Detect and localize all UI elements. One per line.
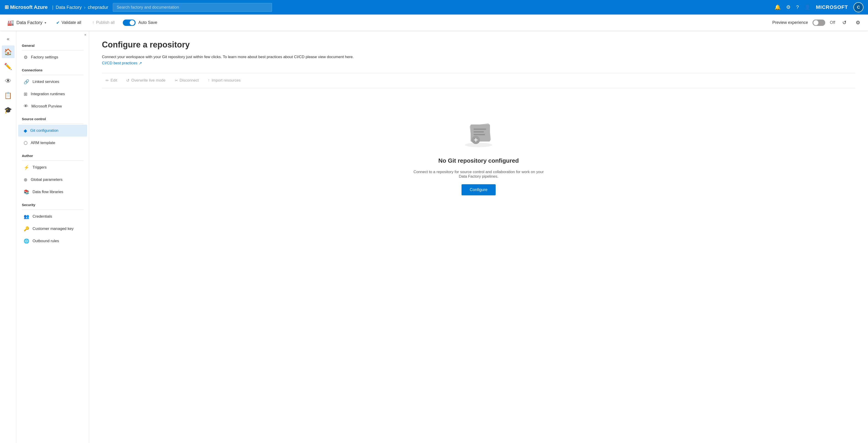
- overwrite-live-button[interactable]: ↺ Overwrite live mode: [123, 76, 169, 85]
- sidebar-item-integration-runtimes[interactable]: ⊞ Integration runtimes: [18, 88, 87, 100]
- author-divider: [22, 160, 84, 161]
- upload-icon: ↑: [92, 20, 94, 25]
- git-icon: ◆: [24, 128, 27, 133]
- refresh-button[interactable]: ↺: [840, 18, 849, 27]
- preview-toggle[interactable]: [812, 20, 825, 26]
- factory-name-button[interactable]: 🏭 Data Factory ▾: [5, 18, 48, 27]
- page-description: Connect your workspace with your Git rep…: [102, 54, 855, 60]
- sidebar-item-factory-settings[interactable]: ⚙ Factory settings: [18, 52, 87, 63]
- user-icon[interactable]: 👤: [804, 4, 810, 10]
- general-divider: [22, 50, 84, 50]
- general-section-label: General: [17, 39, 89, 49]
- svg-point-0: [465, 143, 492, 147]
- toolbar-right: Preview experience Off ↺ ⚙: [772, 18, 863, 27]
- triggers-icon: ⚡: [24, 165, 29, 170]
- toggle-knob: [130, 20, 135, 25]
- outbound-rules-icon: 🌐: [24, 238, 29, 244]
- sidebar-item-microsoft-purview[interactable]: 👁 Microsoft Purview: [18, 100, 87, 112]
- azure-logo: ⊞ Microsoft Azure: [5, 4, 48, 10]
- rail-icon-manage[interactable]: 📋: [2, 89, 14, 102]
- icon-rail: « 🏠 ✏️ 👁 📋 🎓: [0, 31, 17, 443]
- external-link-icon: ↗: [139, 61, 142, 66]
- source-control-section-label: Source control: [17, 112, 89, 123]
- svg-rect-5: [473, 131, 484, 132]
- author-section-label: Author: [17, 149, 89, 160]
- content-area: Configure a repository Connect your work…: [89, 31, 868, 443]
- svg-rect-4: [473, 129, 486, 130]
- connections-divider: [22, 75, 84, 75]
- empty-state-illustration: [460, 115, 497, 152]
- edit-icon: ✏: [105, 78, 109, 83]
- empty-state: No Git repository configured Connect to …: [102, 97, 855, 213]
- rail-icon-home[interactable]: 🏠: [2, 45, 14, 58]
- sidebar-item-arm-template[interactable]: ⬡ ARM template: [18, 137, 87, 149]
- key-icon: 🔑: [24, 226, 29, 232]
- breadcrumb: | Data Factory › chepradur: [52, 5, 108, 10]
- credentials-icon: 👥: [24, 214, 29, 219]
- sidebar: « General ⚙ Factory settings Connections…: [17, 31, 89, 443]
- import-resources-button[interactable]: ↑ Import resources: [204, 76, 244, 85]
- toolbar-left: 🏭 Data Factory ▾ ✔ Validate all ↑ Publis…: [5, 18, 157, 27]
- rail-icon-author[interactable]: ✏️: [2, 60, 14, 73]
- main-layout: « 🏠 ✏️ 👁 📋 🎓 « General ⚙ Factory setting…: [0, 31, 868, 443]
- disconnect-icon: ✂: [175, 78, 178, 83]
- configure-button[interactable]: Configure: [462, 184, 496, 195]
- sidebar-item-credentials[interactable]: 👥 Credentials: [18, 211, 87, 223]
- page-title: Configure a repository: [102, 40, 855, 49]
- edit-button[interactable]: ✏ Edit: [102, 76, 121, 85]
- rail-icon-learn[interactable]: 🎓: [2, 104, 14, 116]
- sidebar-item-triggers[interactable]: ⚡ Triggers: [18, 162, 87, 173]
- svg-rect-6: [473, 134, 485, 135]
- action-bar: ✏ Edit ↺ Overwrite live mode ✂ Disconnec…: [102, 73, 855, 88]
- security-divider: [22, 209, 84, 210]
- rail-collapse-button[interactable]: «: [2, 35, 14, 44]
- rail-icon-monitor[interactable]: 👁: [2, 74, 14, 87]
- linked-services-icon: 🔗: [24, 79, 29, 84]
- validate-all-button[interactable]: ✔ Validate all: [54, 19, 84, 27]
- auto-save-area: Auto Save: [123, 20, 157, 26]
- disconnect-button[interactable]: ✂ Disconnect: [171, 76, 203, 85]
- chevron-down-icon: ▾: [44, 21, 46, 25]
- windows-icon: ⊞: [5, 4, 9, 10]
- sidebar-item-outbound-rules[interactable]: 🌐 Outbound rules: [18, 235, 87, 247]
- security-section-label: Security: [17, 198, 89, 209]
- sidebar-item-customer-managed-key[interactable]: 🔑 Customer managed key: [18, 223, 87, 235]
- sidebar-item-data-flow-libraries[interactable]: 📚 Data flow libraries: [18, 186, 87, 198]
- sidebar-item-global-parameters[interactable]: ⊕ Global parameters: [18, 174, 87, 185]
- azure-top-bar: ⊞ Microsoft Azure | Data Factory › chepr…: [0, 0, 868, 14]
- source-control-divider: [22, 124, 84, 124]
- help-icon[interactable]: ?: [796, 4, 799, 10]
- overwrite-icon: ↺: [126, 78, 129, 83]
- factory-settings-icon: ⚙: [24, 55, 28, 60]
- import-icon: ↑: [208, 78, 210, 83]
- integration-runtimes-icon: ⊞: [24, 91, 28, 97]
- preview-toggle-knob: [813, 20, 818, 25]
- purview-icon: 👁: [24, 104, 28, 109]
- empty-title: No Git repository configured: [438, 157, 519, 164]
- sidebar-item-git-configuration[interactable]: ◆ Git configuration: [18, 125, 87, 137]
- adf-toolbar: 🏭 Data Factory ▾ ✔ Validate all ↑ Publis…: [0, 14, 868, 31]
- cicd-link[interactable]: CI/CD best practices ↗: [102, 61, 142, 66]
- global-params-icon: ⊕: [24, 177, 28, 182]
- connections-section-label: Connections: [17, 64, 89, 74]
- top-icons: 🔔 ⚙ ? 👤 MICROSOFT C: [775, 2, 863, 12]
- arm-template-icon: ⬡: [24, 140, 28, 146]
- factory-icon: 🏭: [7, 20, 14, 26]
- avatar[interactable]: C: [854, 2, 863, 12]
- settings-button[interactable]: ⚙: [854, 18, 863, 27]
- empty-description: Connect to a repository for source contr…: [410, 170, 547, 179]
- settings-icon[interactable]: ⚙: [786, 4, 790, 10]
- data-flow-libraries-icon: 📚: [24, 189, 29, 195]
- microsoft-label: MICROSOFT: [816, 4, 848, 10]
- sidebar-collapse-button[interactable]: «: [17, 31, 89, 38]
- notifications-icon[interactable]: 🔔: [775, 4, 781, 10]
- sidebar-item-linked-services[interactable]: 🔗 Linked services: [18, 76, 87, 88]
- auto-save-toggle[interactable]: [123, 20, 135, 26]
- publish-all-button[interactable]: ↑ Publish all: [89, 19, 117, 27]
- checkmark-icon: ✔: [56, 20, 60, 25]
- search-input[interactable]: [113, 3, 272, 12]
